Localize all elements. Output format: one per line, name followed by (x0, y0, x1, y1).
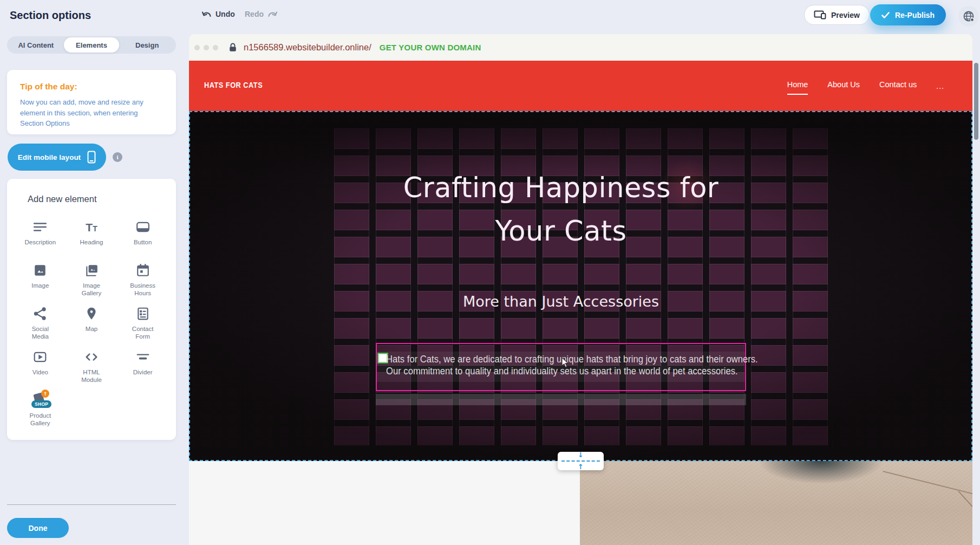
site-preview: HATS FOR CATS Home About Us Contact us .… (189, 61, 972, 545)
section-resize-handle[interactable]: ↓ ↑ (558, 452, 604, 470)
description-icon (33, 218, 47, 236)
arrow-down-icon: ↓ (578, 452, 584, 458)
element-label: Divider (133, 368, 153, 376)
phone-icon (87, 151, 96, 164)
get-domain-link[interactable]: GET YOUR OWN DOMAIN (380, 43, 481, 52)
lock-icon (229, 43, 237, 52)
globe-button[interactable] (958, 6, 979, 27)
republish-button[interactable]: Re-Publish (870, 4, 946, 25)
html-module-icon (84, 348, 99, 366)
add-element-panel: Add new element Description TT Heading (7, 179, 176, 440)
element-label: HTML Module (74, 368, 109, 384)
undo-button[interactable]: Undo (201, 10, 235, 18)
hero-subheading[interactable]: More than Just Accessories (376, 293, 746, 310)
tab-ai-content[interactable]: AI Content (8, 37, 64, 53)
preview-label: Preview (831, 11, 860, 20)
edit-mobile-layout-button[interactable]: Edit mobile layout (8, 144, 106, 171)
info-icon[interactable]: i (113, 152, 122, 162)
heading-icon: TT (86, 218, 97, 236)
next-section-image (580, 461, 972, 545)
preview-button[interactable]: Preview (804, 5, 870, 25)
hero-heading[interactable]: Crafting Happiness for Your Cats (376, 166, 746, 253)
element-label: Business Hours (126, 282, 160, 297)
add-panel-title: Add new element (15, 194, 168, 204)
element-label: Social Media (23, 325, 57, 341)
element-business-hours[interactable]: Business Hours (117, 262, 168, 305)
element-social-media[interactable]: Social Media (15, 305, 66, 348)
tab-design[interactable]: Design (119, 37, 175, 53)
page-scrollbar[interactable] (974, 63, 978, 140)
element-label: Button (134, 238, 152, 246)
window-dot (213, 45, 218, 50)
upgrade-arrow-icon: ↑ (41, 390, 49, 398)
divider-icon (136, 348, 150, 366)
element-product-gallery[interactable]: ↑ SHOP Product Gallery (15, 392, 66, 435)
site-header: HATS FOR CATS Home About Us Contact us .… (189, 61, 972, 111)
social-media-icon (33, 305, 47, 322)
republish-label: Re-Publish (895, 11, 935, 20)
mouse-cursor (561, 358, 570, 369)
element-label: Image (31, 282, 49, 289)
window-dots (194, 45, 218, 50)
element-label: Description (25, 238, 56, 246)
floor-grout-line (958, 491, 972, 545)
element-description[interactable]: Description (15, 218, 66, 262)
element-heading[interactable]: TT Heading (66, 218, 117, 262)
selected-paragraph-element[interactable]: Hats for Cats, we are dedicated to craft… (376, 343, 746, 391)
sidebar-divider (7, 504, 176, 505)
element-html-module[interactable]: HTML Module (66, 348, 117, 392)
next-section[interactable] (189, 461, 972, 545)
element-label: Contact Form (126, 325, 160, 341)
browser-bar: n1566589.websitebuilder.online/ GET YOUR… (189, 34, 972, 61)
element-label: Video (32, 368, 48, 376)
paragraph-line2: Our commitment to quality and individual… (386, 365, 736, 377)
globe-icon (962, 10, 975, 23)
done-button[interactable]: Done (7, 518, 69, 538)
app-root: Section options Undo Redo Preview (0, 0, 980, 545)
element-image[interactable]: Image (15, 262, 66, 305)
check-icon (881, 12, 890, 18)
image-icon (33, 262, 47, 279)
next-section-blank (189, 461, 580, 545)
button-icon (136, 218, 150, 236)
hero-section[interactable]: Crafting Happiness for Your Cats More th… (189, 111, 972, 461)
window-dot (194, 45, 200, 50)
nav-contact-us[interactable]: Contact us (879, 80, 917, 92)
undo-icon (201, 11, 212, 18)
tab-elements[interactable]: Elements (64, 37, 120, 53)
section-tabs: AI Content Elements Design (7, 36, 176, 54)
nav-about-us[interactable]: About Us (827, 80, 860, 92)
paragraph-line1: Hats for Cats, we are dedicated to craft… (386, 353, 736, 365)
site-logo[interactable]: HATS FOR CATS (204, 80, 263, 89)
element-label: Product Gallery (23, 412, 57, 427)
page-title: Section options (10, 9, 91, 22)
element-divider[interactable]: Divider (117, 348, 168, 392)
element-contact-form[interactable]: Contact Form (117, 305, 168, 348)
tip-heading: Tip of the day: (20, 82, 163, 92)
hero-heading-line2: Your Cats (376, 210, 746, 253)
undo-label: Undo (215, 10, 235, 18)
hero-heading-line1: Crafting Happiness for (376, 166, 746, 210)
nav-more-icon[interactable]: ... (936, 82, 944, 90)
video-icon (33, 348, 47, 366)
redo-button[interactable]: Redo (245, 10, 278, 18)
shop-badge: SHOP (31, 400, 51, 408)
tip-body: Now you can add, move and resize any ele… (20, 97, 160, 129)
element-map[interactable]: Map (66, 305, 117, 348)
business-hours-icon (136, 262, 150, 279)
site-url[interactable]: n1566589.websitebuilder.online/ (244, 42, 371, 53)
resize-dashed-line (561, 460, 600, 462)
floor-grout-line (883, 471, 972, 506)
tip-of-the-day-card: Tip of the day: Now you can add, move an… (7, 70, 176, 134)
element-video[interactable]: Video (15, 348, 66, 392)
redo-icon (267, 11, 278, 18)
nav-home[interactable]: Home (787, 80, 808, 95)
image-gallery-icon (84, 262, 99, 279)
site-nav: Home About Us Contact us ... (787, 61, 944, 111)
hero-content: Crafting Happiness for Your Cats More th… (376, 111, 746, 461)
window-dot (204, 45, 209, 50)
element-button[interactable]: Button (117, 218, 168, 262)
contact-form-icon (136, 305, 150, 322)
element-label: Map (86, 325, 97, 333)
element-image-gallery[interactable]: Image Gallery (66, 262, 117, 305)
